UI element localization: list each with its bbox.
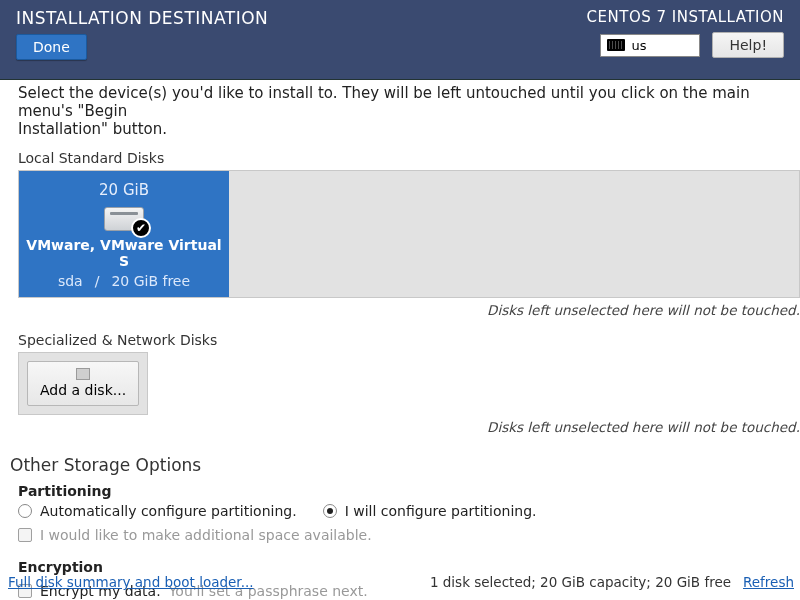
radio-indicator-selected: [323, 504, 337, 518]
help-button[interactable]: Help!: [712, 32, 784, 58]
checkbox-makespace[interactable]: [18, 528, 32, 542]
makespace-row: I would like to make additional space av…: [4, 521, 800, 549]
disk-summary-link[interactable]: Full disk summary and boot loader...: [8, 574, 254, 590]
refresh-link[interactable]: Refresh: [743, 574, 794, 590]
intro-line-1: Select the device(s) you'd like to insta…: [18, 84, 750, 120]
page-title: INSTALLATION DESTINATION: [16, 8, 268, 28]
disk-name: VMware, VMware Virtual S: [25, 237, 223, 269]
header-right: CENTOS 7 INSTALLATION us Help!: [587, 8, 784, 67]
done-button[interactable]: Done: [16, 34, 87, 60]
disk-add-icon: [76, 368, 90, 380]
disk-free: 20 GiB free: [111, 273, 190, 289]
add-disk-button[interactable]: Add a disk...: [27, 361, 139, 406]
network-disks-container: Add a disk...: [18, 352, 148, 415]
main-content: Select the device(s) you'd like to insta…: [0, 80, 800, 600]
intro-line-2: Installation" button.: [18, 120, 167, 138]
disk-dev: sda: [58, 273, 83, 289]
add-disk-label: Add a disk...: [40, 382, 126, 398]
footer-right: 1 disk selected; 20 GiB capacity; 20 GiB…: [430, 574, 794, 590]
keyboard-layout-label: us: [631, 38, 646, 53]
other-options-heading: Other Storage Options: [4, 445, 800, 479]
disk-item-sda[interactable]: 20 GiB ✔ VMware, VMware Virtual S sda / …: [19, 171, 229, 297]
local-disks-heading: Local Standard Disks: [4, 146, 800, 170]
intro-text: Select the device(s) you'd like to insta…: [4, 80, 800, 146]
header-bar: INSTALLATION DESTINATION Done CENTOS 7 I…: [0, 0, 800, 80]
keyboard-icon: [607, 39, 625, 51]
makespace-label: I would like to make additional space av…: [40, 527, 372, 543]
selection-status: 1 disk selected; 20 GiB capacity; 20 GiB…: [430, 574, 731, 590]
network-disks-heading: Specialized & Network Disks: [4, 328, 800, 352]
footer-bar: Full disk summary and boot loader... 1 d…: [0, 570, 800, 600]
local-disks-hint: Disks left unselected here will not be t…: [4, 298, 800, 328]
installer-name: CENTOS 7 INSTALLATION: [587, 8, 784, 26]
local-disks-container: 20 GiB ✔ VMware, VMware Virtual S sda / …: [18, 170, 800, 298]
disk-size: 20 GiB: [99, 181, 149, 199]
disk-sep: /: [95, 273, 100, 289]
radio-auto-partition[interactable]: Automatically configure partitioning.: [18, 503, 297, 519]
partitioning-options: Automatically configure partitioning. I …: [4, 501, 800, 521]
radio-manual-label: I will configure partitioning.: [345, 503, 537, 519]
selected-check-icon: ✔: [131, 218, 151, 238]
harddrive-icon: ✔: [104, 207, 144, 231]
radio-manual-partition[interactable]: I will configure partitioning.: [323, 503, 537, 519]
partitioning-heading: Partitioning: [4, 479, 800, 501]
header-left: INSTALLATION DESTINATION Done: [16, 8, 268, 67]
radio-auto-label: Automatically configure partitioning.: [40, 503, 297, 519]
network-disks-hint: Disks left unselected here will not be t…: [4, 415, 800, 445]
keyboard-layout-selector[interactable]: us: [600, 34, 700, 57]
header-tools: us Help!: [600, 32, 784, 58]
disk-subinfo: sda / 20 GiB free: [58, 273, 190, 289]
radio-indicator: [18, 504, 32, 518]
